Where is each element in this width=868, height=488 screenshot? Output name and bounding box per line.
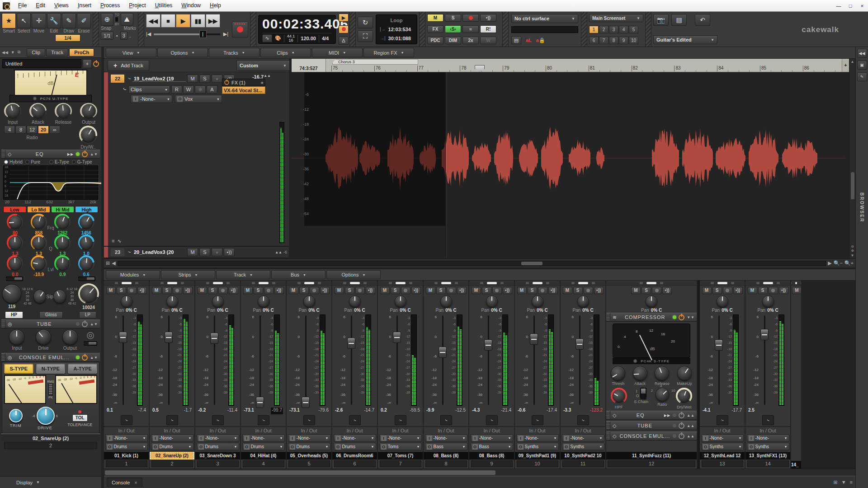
automation-mode-button[interactable]: A — [207, 85, 217, 94]
fx-plugin[interactable]: VX-64 Vocal St... — [222, 86, 265, 94]
dim-solo-button[interactable]: DIM — [445, 37, 461, 44]
pdc-button[interactable]: PDC — [427, 37, 443, 44]
tool-edit-button[interactable]: 🔧 — [47, 13, 61, 28]
solo-all-button[interactable]: S — [445, 14, 461, 22]
strip-arm-button[interactable] — [264, 287, 274, 294]
strip-echo-button[interactable]: •)) — [411, 287, 421, 294]
solo-button[interactable]: S — [199, 75, 210, 83]
strip-volume-value[interactable]: -9.9 — [426, 408, 434, 414]
strip-input-dropdown[interactable]: I-None-▼ — [701, 434, 744, 442]
comp-ratio-knob[interactable]: 2410Ratio — [656, 388, 669, 409]
track-lanes-icon[interactable]: ≡ — [112, 238, 114, 244]
dock-list-icon[interactable]: ≡ — [850, 479, 853, 485]
console-strip[interactable]: MS•))Pan0% C60-6-12-18-24-36-∞-3-6-9-12-… — [515, 281, 561, 469]
strip-name[interactable]: 11_SynthFuzz (11) — [606, 452, 697, 460]
strip-echo-button[interactable]: •)) — [733, 287, 743, 294]
strip-output-dropdown[interactable]: ODrums▼ — [105, 443, 148, 450]
strip-volume-fader[interactable] — [392, 314, 401, 406]
preset-input[interactable]: Untitled — [2, 59, 81, 68]
track-output-dropdown[interactable]: OVox▼ — [175, 95, 222, 103]
strip-input-dropdown[interactable]: I-None-▼ — [425, 434, 467, 442]
strip-solo-button[interactable]: S — [712, 287, 722, 294]
tv-menu-options[interactable]: Options▼ — [157, 48, 208, 57]
browser-folder-icon[interactable]: ▣ — [857, 61, 867, 70]
zoom-out-v-icon[interactable]: ⊖ — [851, 244, 854, 249]
menu-file[interactable]: File — [14, 0, 31, 11]
track-name[interactable]: 19_LeadVox2 (19 — [132, 76, 186, 82]
pc76-release-knob[interactable]: Release — [55, 103, 72, 125]
eq-lvl-knob-high[interactable]: 0.6 — [75, 255, 99, 277]
go-start-icon[interactable]: |◀ — [146, 31, 151, 37]
undo-icon[interactable]: ↶ — [695, 14, 710, 26]
strip-echo-button[interactable]: •)) — [457, 287, 467, 294]
strip-pan[interactable]: Pan0% C — [481, 296, 502, 313]
strip-pan[interactable]: Pan0% C — [641, 296, 662, 313]
zoom-out-icon[interactable]: 🔍− — [834, 260, 843, 266]
strip-volume-value[interactable]: 0.1 — [107, 408, 113, 414]
strip-name[interactable]: 09_SynthPad1 (9) — [515, 452, 560, 460]
scroll-up-icon[interactable]: ▲ — [851, 60, 854, 64]
drive-knob[interactable] — [37, 407, 55, 425]
tab-proch[interactable]: ProCh — [69, 48, 94, 56]
strip-wave-icon[interactable]: ᭥ — [762, 415, 774, 425]
fx-power-icon[interactable] — [224, 80, 229, 84]
console-strip[interactable]: MS•))Pan0% C60-6-12-18-24-36-∞-3-6-9-12-… — [378, 281, 424, 469]
strip-echo-button[interactable]: •)) — [229, 287, 238, 294]
console-menu-bus[interactable]: Bus▼ — [271, 270, 326, 279]
snap-note-icon[interactable]: ∘ — [115, 33, 118, 39]
strip-solo-button[interactable]: S — [254, 287, 263, 294]
strip-volume-fader[interactable] — [438, 314, 447, 406]
strip-volume-value[interactable]: 0.5 — [152, 408, 159, 414]
strip-arm-button[interactable] — [447, 287, 456, 294]
screenset-10-button[interactable]: 10 — [629, 37, 638, 44]
acv-icon[interactable]: aL — [526, 38, 532, 43]
tool-move-button[interactable]: ✛ — [32, 13, 46, 28]
interleave-widget[interactable] — [259, 282, 269, 284]
strip-output-dropdown[interactable]: OToms▼ — [379, 443, 422, 450]
clips-hscrollbar[interactable] — [118, 261, 826, 266]
track-expand-icon[interactable]: ▲▲ — [275, 251, 282, 254]
eq-frq-knob-high[interactable]: 1456 — [75, 214, 99, 235]
strip-mute-button[interactable]: M — [748, 287, 757, 294]
fader-thumb[interactable] — [576, 338, 584, 350]
ratio-8-button[interactable]: 8 — [15, 126, 26, 134]
strip-name[interactable]: 05_Overheads (5) — [287, 452, 331, 460]
tool-select-button[interactable]: ↖ — [17, 13, 31, 28]
prochannel-power-icon[interactable] — [93, 61, 99, 67]
zoom-in-v-icon[interactable]: ⊕ — [851, 249, 854, 253]
strip-output-dropdown[interactable]: ODrums▼ — [151, 443, 193, 450]
strip-pan[interactable]: Pan0% C — [572, 296, 593, 313]
tv-menu-region-fx[interactable]: Region FX▼ — [363, 48, 414, 57]
clips-pane[interactable]: 74:3:527 Chorus 3 7576777879808182838485… — [292, 59, 855, 258]
tv-menu-midi[interactable]: MIDI▼ — [312, 48, 363, 57]
console-strip[interactable]: MS•))Pan0% C60-6-12-18-24-36-∞-3-6-9-12-… — [104, 281, 150, 469]
strip-input-dropdown[interactable]: I-None-▼ — [379, 434, 422, 442]
console-emu-module-header[interactable]: ◎ CONSOLE EMUL... ▲▼ — [1, 353, 100, 362]
strip-input-dropdown[interactable]: I-None-▼ — [197, 434, 239, 442]
forward-button[interactable]: ▶▶ — [206, 14, 220, 28]
arm-button[interactable]: ● — [212, 248, 222, 256]
rms-pk-slider[interactable] — [48, 384, 53, 395]
strip-volume-value[interactable]: 2.5 — [748, 408, 755, 414]
add-module-button[interactable]: + — [83, 59, 92, 68]
strip-name[interactable]: 12_SynthLead 12 — [700, 452, 745, 460]
emu-type-s-type-button[interactable]: S-TYPE — [4, 364, 33, 374]
strip-pan[interactable]: Pan0% C — [757, 296, 778, 313]
track-expand-icon[interactable]: ▲▲ — [264, 74, 271, 77]
screenset-dropdown[interactable]: Main Screenset▼ — [589, 14, 643, 22]
console-strip[interactable]: MS•))Pan0% C60-6-12-18-24-36-∞-3-6-9-12-… — [745, 281, 791, 469]
pc76-input-knob[interactable]: Input — [4, 103, 21, 125]
lp-button[interactable]: LP — [79, 311, 96, 319]
console-menu-track[interactable]: Track▼ — [216, 270, 270, 279]
eq-frq-knob-low[interactable]: 80 — [3, 214, 27, 235]
loop-toggle-button[interactable]: ↻ — [358, 17, 373, 28]
strip-volume-fader[interactable] — [347, 314, 356, 406]
strip-output-dropdown[interactable]: ODrums▼ — [334, 443, 376, 450]
snap-grid-button[interactable]: ⊕ — [101, 13, 113, 26]
strip-name[interactable]: 02_SnareUp (2) — [150, 452, 194, 460]
strip-name[interactable]: 08_Bass (8) — [469, 452, 514, 460]
clips-vscrollbar[interactable]: ▲ ⊖ ⊕ ▼ — [849, 59, 855, 258]
scroll-right-icon[interactable]: ▶ — [828, 260, 831, 266]
strip-input-dropdown[interactable]: I-None-▼ — [334, 434, 376, 442]
dock-menu-icon[interactable]: ▼ — [841, 479, 846, 485]
